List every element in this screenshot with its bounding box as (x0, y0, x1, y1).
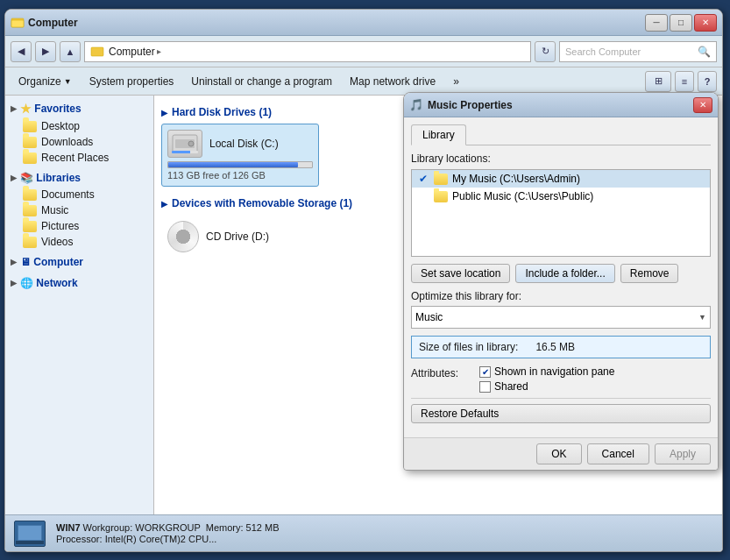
sidebar-section-favorites: ▶ ★ Favorites Desktop Downloads Recent P… (5, 99, 153, 166)
computer-status-icon (14, 521, 46, 547)
sidebar-item-downloads[interactable]: Downloads (5, 134, 153, 150)
up-button[interactable]: ▲ (60, 41, 81, 62)
shared-label: Shared (494, 380, 528, 393)
status-name-workgroup: WIN7 Workgroup: WORKGROUP Memory: 512 MB (56, 522, 280, 533)
navigation-pane-label: Shown in navigation pane (494, 365, 614, 378)
search-icon: 🔍 (698, 46, 711, 58)
dialog-close-button[interactable]: ✕ (693, 97, 712, 113)
maximize-button[interactable]: □ (670, 14, 692, 32)
music-properties-dialog: 🎵 Music Properties ✕ Library Library loc… (403, 92, 719, 471)
sidebar-section-libraries: ▶ 📚 Libraries Documents Music Pictures (5, 169, 153, 250)
shared-check-row: Shared (479, 380, 614, 393)
status-processor: Processor: Intel(R) Core(TM)2 CPU... (56, 534, 280, 544)
cd-icon (167, 221, 199, 252)
sidebar-item-music[interactable]: Music (5, 202, 153, 218)
minimize-button[interactable]: ─ (645, 14, 668, 32)
info-value: 16.5 MB (535, 341, 575, 353)
forward-button[interactable]: ▶ (35, 41, 56, 62)
divider (411, 398, 711, 399)
view-toggle-button[interactable]: ≡ (675, 71, 694, 92)
more-button[interactable]: » (445, 70, 467, 93)
uninstall-button[interactable]: Uninstall or change a program (183, 70, 340, 93)
refresh-button[interactable]: ↻ (535, 41, 556, 62)
status-info: WIN7 Workgroup: WORKGROUP Memory: 512 MB… (56, 522, 280, 544)
cd-drive-item[interactable]: CD Drive (D:) (161, 215, 319, 262)
back-button[interactable]: ◀ (11, 41, 32, 62)
remove-button[interactable]: Remove (620, 264, 679, 283)
attributes-label: Attributes: (411, 365, 472, 379)
status-bar: WIN7 Workgroup: WORKGROUP Memory: 512 MB… (5, 514, 722, 551)
search-placeholder: Search Computer (565, 46, 641, 57)
sidebar: ▶ ★ Favorites Desktop Downloads Recent P… (5, 96, 154, 514)
folder-icon (23, 237, 37, 248)
ok-button[interactable]: OK (536, 443, 581, 464)
map-network-button[interactable]: Map network drive (342, 70, 443, 93)
optimize-select[interactable]: Music ▼ (411, 306, 711, 329)
location-item-my-music[interactable]: ✔ My Music (C:\Users\Admin) (412, 170, 710, 188)
restore-defaults-button[interactable]: Restore Defaults (411, 404, 711, 423)
hdd-icon (167, 130, 202, 158)
tab-bar: Library (411, 124, 711, 145)
attributes-row: Attributes: ✔ Shown in navigation pane S… (411, 365, 711, 393)
navigation-pane-checkbox[interactable]: ✔ (479, 366, 491, 378)
address-input[interactable]: Computer ▸ (84, 41, 531, 62)
svg-rect-2 (91, 47, 103, 56)
triangle-icon: ▶ (161, 199, 168, 209)
sidebar-item-recent-places[interactable]: Recent Places (5, 150, 153, 166)
address-path: Computer ▸ (90, 45, 161, 59)
navigation-pane-check-row: ✔ Shown in navigation pane (479, 365, 614, 378)
cd-drive-name: CD Drive (D:) (206, 230, 269, 243)
check-mark-empty (417, 190, 429, 202)
apply-button[interactable]: Apply (655, 443, 711, 464)
folder-icon (23, 189, 37, 201)
local-disk-c-item[interactable]: Local Disk (C:) 113 GB free of 126 GB (161, 124, 319, 187)
svg-point-5 (188, 141, 194, 146)
sidebar-item-documents[interactable]: Documents (5, 187, 153, 202)
folder-icon (434, 174, 448, 185)
sidebar-section-computer: ▶ 🖥 Computer (5, 253, 153, 271)
sidebar-libraries-header[interactable]: ▶ 📚 Libraries (5, 169, 153, 187)
path-arrow: ▸ (157, 46, 161, 56)
close-button[interactable]: ✕ (694, 14, 717, 32)
optimize-label: Optimize this library for: (411, 290, 711, 302)
sidebar-network-header[interactable]: ▶ 🌐 Network (5, 274, 153, 292)
select-arrow-icon: ▼ (698, 313, 706, 322)
toolbar-right: ⊞ ≡ ? (645, 71, 717, 92)
hard-disks-title: Hard Disk Drives (1) (172, 106, 272, 118)
folder-icon (23, 121, 37, 132)
tab-library[interactable]: Library (411, 124, 466, 145)
local-disk-name: Local Disk (C:) (209, 138, 279, 150)
window-controls: ─ □ ✕ (645, 14, 717, 32)
svg-rect-1 (11, 20, 24, 27)
set-save-location-button[interactable]: Set save location (411, 264, 510, 283)
organize-button[interactable]: Organize ▼ (11, 70, 80, 93)
libraries-icon: 📚 (20, 172, 33, 184)
star-icon: ★ (20, 102, 32, 116)
view-options-button[interactable]: ⊞ (645, 71, 671, 92)
cancel-button[interactable]: Cancel (587, 443, 649, 464)
folder-icon (23, 137, 37, 148)
sidebar-favorites-header[interactable]: ▶ ★ Favorites (5, 99, 153, 118)
triangle-icon: ▶ (11, 174, 17, 182)
sidebar-computer-header[interactable]: ▶ 🖥 Computer (5, 253, 153, 271)
sidebar-item-videos[interactable]: Videos (5, 234, 153, 250)
location-list: ✔ My Music (C:\Users\Admin) Public Music… (411, 169, 711, 257)
sidebar-item-desktop[interactable]: Desktop (5, 118, 153, 134)
triangle-icon: ▶ (11, 279, 17, 287)
dialog-body: Library Library locations: ✔ My Music (C… (404, 117, 718, 437)
library-locations-label: Library locations: (411, 152, 711, 165)
location-item-public-music[interactable]: Public Music (C:\Users\Public) (412, 188, 710, 205)
folder-icon (23, 152, 37, 164)
disk-free-space: 113 GB free of 126 GB (167, 170, 266, 181)
network-icon: 🌐 (20, 277, 33, 289)
triangle-icon: ▶ (161, 108, 168, 117)
help-button[interactable]: ? (698, 71, 717, 92)
search-box[interactable]: Search Computer 🔍 (559, 41, 717, 62)
sidebar-item-pictures[interactable]: Pictures (5, 218, 153, 234)
dropdown-icon: ▼ (64, 77, 72, 86)
info-box: Size of files in library: 16.5 MB (411, 336, 711, 358)
shared-checkbox[interactable] (479, 381, 491, 393)
system-properties-button[interactable]: System properties (82, 70, 182, 93)
sidebar-section-network: ▶ 🌐 Network (5, 274, 153, 292)
include-folder-button[interactable]: Include a folder... (515, 264, 614, 283)
